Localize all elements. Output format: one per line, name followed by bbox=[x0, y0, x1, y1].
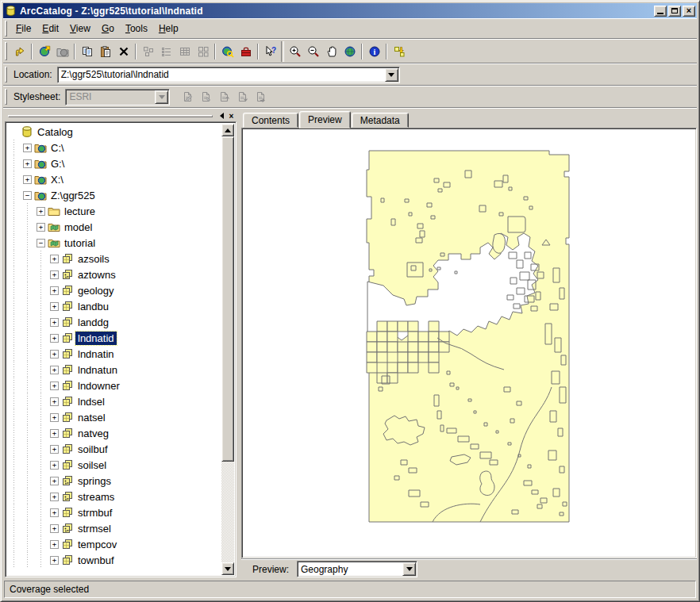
tree-expander[interactable]: + bbox=[48, 393, 61, 409]
up-one-level-button[interactable] bbox=[10, 43, 29, 60]
tree-row-geology[interactable]: +geology bbox=[7, 282, 221, 298]
copy-button[interactable] bbox=[78, 43, 96, 60]
paste-button[interactable] bbox=[96, 43, 114, 60]
tree-expander[interactable]: + bbox=[48, 346, 61, 362]
tree-expander[interactable]: + bbox=[48, 362, 61, 378]
tree-expander[interactable]: − bbox=[34, 235, 48, 251]
tree-row-landbu[interactable]: +landbu bbox=[7, 298, 221, 314]
tree-expander[interactable]: − bbox=[21, 187, 34, 203]
arctoolbox-button[interactable] bbox=[237, 43, 255, 60]
tree-expander[interactable]: + bbox=[48, 251, 61, 266]
pan-button[interactable] bbox=[322, 43, 340, 60]
tree-expander[interactable]: + bbox=[48, 409, 61, 425]
create-thumbnail-button[interactable] bbox=[390, 43, 408, 60]
preview-dropdown-button[interactable] bbox=[402, 562, 416, 576]
tree-expander[interactable]: + bbox=[21, 155, 34, 171]
launch-arcmap-button[interactable] bbox=[218, 43, 237, 60]
tree-expander[interactable]: + bbox=[48, 441, 61, 457]
tree-item-label[interactable]: townbuf bbox=[75, 554, 117, 567]
tree-item-label[interactable]: lndowner bbox=[75, 379, 122, 393]
tree-row-townbuf[interactable]: +townbuf bbox=[7, 552, 221, 568]
tree-expander[interactable]: + bbox=[21, 171, 34, 187]
tree-row-zggr525[interactable]: −Z:\ggr525 bbox=[7, 187, 221, 203]
tree-item-label[interactable]: lndnatid bbox=[75, 332, 117, 345]
menu-item-file[interactable]: File bbox=[10, 21, 37, 36]
identify-button[interactable]: i bbox=[365, 43, 383, 60]
tree-row-catalog[interactable]: Catalog bbox=[7, 124, 221, 140]
tree-row-natveg[interactable]: +natveg bbox=[7, 425, 221, 441]
locationbar-grip[interactable] bbox=[5, 67, 7, 83]
tree-expander[interactable]: + bbox=[48, 504, 61, 520]
tree-expander[interactable]: + bbox=[48, 552, 61, 568]
menu-item-view[interactable]: View bbox=[64, 21, 96, 36]
tree-item-label[interactable]: soilbuf bbox=[75, 443, 110, 456]
tree-row-lndnatid[interactable]: +lndnatid bbox=[7, 330, 221, 346]
tree-expander[interactable]: + bbox=[48, 473, 61, 489]
tree-row-lndnatun[interactable]: +lndnatun bbox=[7, 362, 221, 378]
tree-item-label[interactable]: aztowns bbox=[75, 268, 118, 282]
tree-row-lndsel[interactable]: +lndsel bbox=[7, 393, 221, 409]
menu-item-go[interactable]: Go bbox=[96, 21, 120, 36]
tree-item-label[interactable]: geology bbox=[75, 284, 117, 297]
titlebar[interactable]: ArcCatalog - Z:\ggr525\tutorial\lndnatid… bbox=[3, 3, 697, 18]
delete-button[interactable] bbox=[114, 43, 133, 60]
tree-row-springs[interactable]: +springs bbox=[7, 473, 221, 489]
tree-item-label[interactable]: lndnatun bbox=[75, 363, 120, 377]
tab-metadata[interactable]: Metadata bbox=[352, 113, 409, 128]
menubar-grip[interactable] bbox=[5, 21, 7, 36]
tree-expander[interactable]: + bbox=[48, 282, 61, 298]
tree-expander[interactable]: + bbox=[21, 140, 34, 155]
preview-type-combobox[interactable]: Geography bbox=[297, 561, 417, 577]
tree-row-strmbuf[interactable]: +strmbuf bbox=[7, 504, 221, 520]
whats-this-help-button[interactable]: ? bbox=[261, 43, 279, 60]
menu-item-help[interactable]: Help bbox=[153, 21, 184, 36]
tree-expander[interactable]: + bbox=[48, 298, 61, 314]
tree-panel-close-button[interactable]: × bbox=[226, 111, 237, 121]
tree-item-label[interactable]: streams bbox=[75, 490, 117, 504]
tree-item-label[interactable]: strmbuf bbox=[75, 506, 114, 520]
scroll-up-button[interactable] bbox=[221, 124, 234, 136]
tree-row-strmsel[interactable]: +strmsel bbox=[7, 520, 221, 536]
tree-row-streams[interactable]: +streams bbox=[7, 489, 221, 504]
tree-item-label[interactable]: soilsel bbox=[75, 458, 109, 472]
tab-preview[interactable]: Preview bbox=[299, 111, 351, 128]
tree-row-x[interactable]: +X:\ bbox=[7, 171, 221, 187]
tree-panel-drag-handle[interactable] bbox=[8, 115, 213, 117]
tree-item-label[interactable]: Z:\ggr525 bbox=[48, 189, 98, 202]
tree-row-lndowner[interactable]: +lndowner bbox=[7, 378, 221, 393]
tree-item-label[interactable]: azsoils bbox=[75, 252, 112, 266]
tree-expander[interactable]: + bbox=[48, 520, 61, 536]
tree-expander[interactable]: + bbox=[34, 219, 48, 235]
connect-folder-button[interactable] bbox=[35, 43, 53, 60]
tree-row-lecture[interactable]: +lecture bbox=[7, 203, 221, 219]
tree-expander[interactable]: + bbox=[48, 378, 61, 393]
toolbar-grip[interactable] bbox=[5, 42, 7, 60]
tree-item-label[interactable]: C:\ bbox=[48, 141, 67, 155]
tree-expander[interactable]: + bbox=[48, 536, 61, 552]
tree-row-soilsel[interactable]: +soilsel bbox=[7, 457, 221, 473]
tree-row-aztowns[interactable]: +aztowns bbox=[7, 266, 221, 282]
tree-row-natsel[interactable]: +natsel bbox=[7, 409, 221, 425]
tree-item-label[interactable]: strmsel bbox=[75, 522, 113, 535]
map-preview[interactable] bbox=[361, 149, 572, 529]
tree-item-label[interactable]: lecture bbox=[62, 205, 98, 218]
tree-expander[interactable]: + bbox=[48, 314, 61, 330]
tree-row-azsoils[interactable]: +azsoils bbox=[7, 251, 221, 266]
tree-row-tempcov[interactable]: +tempcov bbox=[7, 536, 221, 552]
tree-panel-collapse-button[interactable] bbox=[216, 111, 226, 121]
location-value[interactable]: Z:\ggr525\tutorial\lndnatid bbox=[58, 69, 384, 80]
tree-item-label[interactable]: landbu bbox=[75, 300, 111, 313]
tree-item-label[interactable]: natsel bbox=[75, 411, 108, 424]
tree-row-soilbuf[interactable]: +soilbuf bbox=[7, 441, 221, 457]
tree-row-tutorial[interactable]: −tutorial bbox=[7, 235, 221, 251]
tree-item-label[interactable]: X:\ bbox=[48, 173, 66, 186]
menu-item-tools[interactable]: Tools bbox=[120, 21, 153, 36]
tree-row-landdg[interactable]: +landdg bbox=[7, 314, 221, 330]
location-combobox[interactable]: Z:\ggr525\tutorial\lndnatid bbox=[57, 67, 400, 83]
tree-row-g[interactable]: +G:\ bbox=[7, 155, 221, 171]
tree-expander[interactable]: + bbox=[48, 330, 61, 346]
tab-contents[interactable]: Contents bbox=[243, 113, 298, 128]
zoom-in-button[interactable] bbox=[286, 43, 304, 60]
tree-row-model[interactable]: +model bbox=[7, 219, 221, 235]
full-extent-button[interactable] bbox=[340, 43, 359, 60]
